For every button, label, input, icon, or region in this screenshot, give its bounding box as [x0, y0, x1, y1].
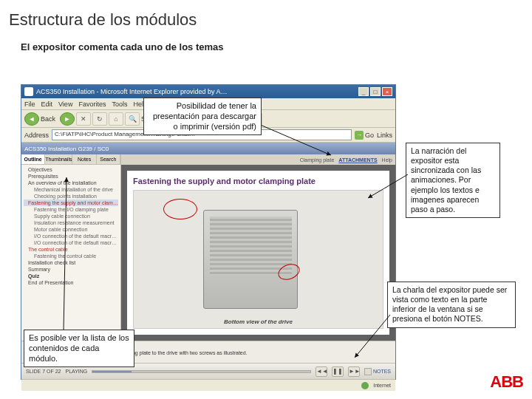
attachments-link[interactable]: ATTACHMENTS — [338, 157, 377, 163]
outline-tabs: Outline Thumbnails Notes Search — [21, 154, 120, 165]
outline-item[interactable]: The control cable — [24, 246, 118, 253]
page-subtitle: El expositor comenta cada uno de los tem… — [0, 34, 532, 60]
outline-list: ObjectivesPrerequisitesAn overview of th… — [21, 165, 120, 287]
tab-thumbnails[interactable]: Thumbnails — [45, 154, 72, 164]
callout-outline: Es posible ver la lista de los contenido… — [24, 330, 134, 367]
links-label[interactable]: Links — [377, 132, 392, 139]
menu-file[interactable]: File — [24, 100, 35, 108]
help-link[interactable]: Help — [382, 157, 392, 163]
app-body: Outline Thumbnails Notes Search Objectiv… — [21, 154, 395, 341]
maximize-button[interactable]: □ — [370, 87, 381, 96]
internet-icon — [361, 382, 369, 389]
search-icon[interactable]: 🔍 — [125, 112, 140, 126]
tab-outline[interactable]: Outline — [21, 154, 45, 164]
notes-button[interactable]: NOTES — [364, 368, 391, 375]
minimize-button[interactable]: _ — [358, 87, 369, 96]
ie-titlebar: ACS350 Installation - Microsoft Internet… — [21, 85, 395, 98]
notes-icon — [364, 368, 372, 375]
ie-statusbar: Internet — [21, 379, 395, 391]
app-titlebar: ACS350 Installation G239 / SC0 — [21, 143, 395, 154]
outline-panel: Outline Thumbnails Notes Search Objectiv… — [21, 154, 121, 341]
annotation-circle — [163, 199, 197, 219]
outline-item[interactable]: Fastening the supply and motor clamping — [24, 200, 118, 206]
home-button[interactable]: ⌂ — [109, 112, 123, 126]
callout-notes: La charla del expositor puede ser vista … — [387, 282, 516, 328]
slide: Fastening the supply and motor clamping … — [127, 171, 389, 335]
next-button[interactable]: ►► — [348, 366, 360, 377]
outline-item[interactable]: Supply cable connection — [24, 213, 118, 219]
menu-edit[interactable]: Edit — [41, 100, 53, 108]
address-label: Address — [24, 132, 49, 139]
outline-item[interactable]: Summary — [24, 266, 118, 273]
back-label: Back — [41, 115, 55, 123]
outline-item[interactable]: Objectives — [24, 166, 118, 173]
player-status: PLAYING — [65, 369, 87, 374]
play-pause-button[interactable]: ❚❚ — [332, 366, 344, 377]
slide-counter: SLIDE 7 OF 22 — [26, 369, 61, 374]
outline-item[interactable]: I/O connection of the default macro (1/2… — [24, 233, 118, 239]
outline-item[interactable]: Quiz — [24, 273, 118, 279]
tab-search[interactable]: Search — [97, 154, 120, 164]
abb-logo: ABB — [490, 372, 523, 392]
slide-image: Bottom view of the drive — [133, 190, 383, 329]
internet-label: Internet — [373, 383, 391, 388]
outline-item[interactable]: Insulation resistance measurement — [24, 219, 118, 226]
app-title: ACS350 Installation G239 / SC0 — [24, 146, 109, 152]
ie-window-title: ACS350 Installation - Microsoft Internet… — [36, 88, 357, 95]
outline-item[interactable]: Fastening the control cable — [24, 253, 118, 259]
menu-tools[interactable]: Tools — [112, 100, 127, 108]
outline-item[interactable]: Fastening the I/O clamping plate — [24, 206, 118, 213]
tab-notes[interactable]: Notes — [72, 154, 96, 164]
menu-favorites[interactable]: Favorites — [78, 100, 106, 108]
progress-fill — [92, 371, 132, 372]
slide-caption: Bottom view of the drive — [134, 318, 383, 325]
outline-item[interactable]: I/O connection of the default macro (2/2… — [24, 239, 118, 246]
progress-track[interactable] — [92, 370, 311, 373]
go-button[interactable]: →Go — [355, 131, 374, 140]
back-button[interactable]: ◄ — [24, 112, 39, 126]
outline-item[interactable]: Prerequisites — [24, 173, 118, 180]
page-title: Estructura de los módulos — [0, 0, 532, 34]
drive-graphic — [203, 210, 298, 309]
menu-view[interactable]: View — [58, 100, 72, 108]
outline-item[interactable]: Checking points installation — [24, 193, 118, 200]
outline-item[interactable]: An overview of the installation — [24, 180, 118, 186]
slide-area: Clamping plate ATTACHMENTS Help Fastenin… — [121, 154, 395, 341]
outline-item[interactable]: Mechanical installation of the drive — [24, 186, 118, 193]
outline-item[interactable]: Motor cable connection — [24, 226, 118, 233]
refresh-button[interactable]: ↻ — [92, 112, 107, 126]
close-button[interactable]: × — [382, 87, 392, 96]
slide-topbar: Clamping plate ATTACHMENTS Help — [121, 154, 395, 165]
outline-item[interactable]: End of Presentation — [24, 279, 118, 286]
callout-pdf: Posibilidad de tener la presentación par… — [143, 98, 262, 135]
prev-button[interactable]: ◄◄ — [316, 366, 327, 377]
ie-logo-icon — [24, 87, 33, 96]
clamping-label: Clamping plate — [300, 157, 335, 163]
forward-button[interactable]: ► — [60, 112, 75, 126]
slide-title: Fastening the supply and motor clamping … — [133, 177, 383, 185]
callout-narration: La narración del expositor esta sincroni… — [406, 143, 500, 218]
stop-button[interactable]: ✕ — [76, 112, 91, 126]
outline-item[interactable]: Installation check list — [24, 259, 118, 266]
